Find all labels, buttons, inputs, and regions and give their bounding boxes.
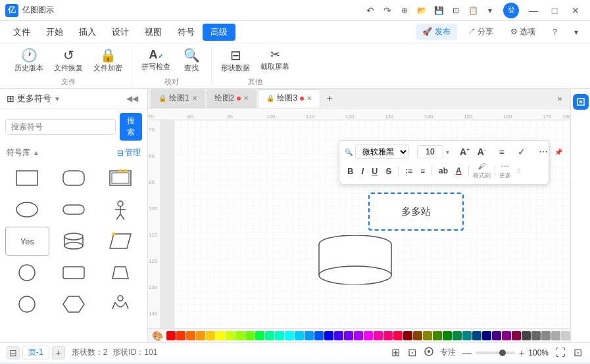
color-lime[interactable] <box>216 331 225 340</box>
color-teal[interactable] <box>265 331 274 340</box>
shape-dashed-rect[interactable]: 多多站 <box>368 193 464 231</box>
color-olive[interactable] <box>423 331 432 340</box>
paste-button[interactable]: 📋 <box>465 3 481 18</box>
subscript-button[interactable]: ab <box>436 165 451 177</box>
color-violet[interactable] <box>344 331 353 340</box>
color-gray[interactable] <box>541 331 551 340</box>
fullscreen-button[interactable]: ⊡ <box>572 345 583 360</box>
shape-ellipse[interactable] <box>5 195 49 224</box>
layers-button[interactable]: ⊞ <box>390 345 401 360</box>
focus-button[interactable] <box>423 346 435 359</box>
shape-person2[interactable] <box>98 290 142 319</box>
color-indigo[interactable] <box>334 331 343 340</box>
font-select[interactable]: 微软雅黑 <box>355 145 409 159</box>
shape-person[interactable] <box>98 195 142 224</box>
new-tab-button[interactable]: ⊕ <box>397 3 412 18</box>
font-size-input[interactable] <box>417 145 443 158</box>
canvas-content[interactable]: 🔍 微软雅黑 ▾ A+ A- ≡ ✓ <box>174 120 570 328</box>
color-brown[interactable] <box>413 331 422 340</box>
screenshot-button[interactable]: ✂ 截取屏幕 <box>257 46 293 74</box>
file-restore-button[interactable]: ↺ 文件恢复 <box>50 46 87 76</box>
zoom-out-button[interactable]: — <box>461 346 473 359</box>
canvas-wrapper[interactable]: 70 80 90 100 110 120 130 140 🔍 微软雅 <box>148 120 570 328</box>
color-sea[interactable] <box>453 331 462 340</box>
page-label[interactable]: 页-1 <box>22 346 49 359</box>
color-cyan[interactable] <box>275 331 284 340</box>
align-button[interactable]: ≡ <box>497 145 507 158</box>
format-brush-button[interactable]: 🖌 格式刷 <box>473 162 491 180</box>
next-page-button[interactable]: + <box>52 346 65 359</box>
help-button[interactable]: ? <box>546 25 564 39</box>
zoom-in-button[interactable]: + <box>518 346 526 359</box>
publish-button[interactable]: 🚀 发布 <box>416 24 456 40</box>
color-amber[interactable] <box>196 331 205 340</box>
color-navy[interactable] <box>482 331 491 340</box>
italic-button[interactable]: I <box>358 165 366 177</box>
shape-rounded-rect[interactable] <box>52 164 96 193</box>
color-magenta[interactable] <box>364 331 373 340</box>
open-file-button[interactable]: 📂 <box>414 3 430 18</box>
menu-design[interactable]: 设计 <box>104 24 137 41</box>
font-grow-button[interactable]: A+ <box>457 145 472 158</box>
more-format-button[interactable]: ⋯ 更多 <box>499 162 511 180</box>
color-rose[interactable] <box>383 331 393 340</box>
color-dark-gray[interactable] <box>531 331 541 340</box>
avatar[interactable]: 登 <box>503 3 519 18</box>
fit-page-button[interactable]: ⛶ <box>554 346 567 360</box>
menu-file[interactable]: 文件 <box>5 24 38 41</box>
menu-advanced[interactable]: 高级 <box>203 24 235 41</box>
tab-add-button[interactable]: + <box>322 91 337 106</box>
color-dark-purple[interactable] <box>502 331 511 340</box>
shape-parallelogram[interactable] <box>98 227 142 256</box>
color-forest[interactable] <box>443 331 452 340</box>
color-dark-red[interactable] <box>403 331 412 340</box>
tab-close-button[interactable]: ✕ <box>192 95 197 102</box>
list-indent-button[interactable]: :≡ <box>403 165 415 177</box>
color-yellow[interactable] <box>206 331 215 340</box>
color-dark-teal[interactable] <box>462 331 472 340</box>
shape-trapezoid[interactable] <box>98 258 142 287</box>
zoom-slider[interactable] <box>476 352 515 354</box>
options-button[interactable]: ⚙ 选项 <box>504 24 542 40</box>
check-button[interactable]: ✓ <box>515 145 528 158</box>
color-red[interactable] <box>166 331 176 340</box>
color-green[interactable] <box>245 331 255 340</box>
color-navy-light[interactable] <box>472 331 481 340</box>
shape-hexagon[interactable] <box>52 290 96 319</box>
search-button[interactable]: 搜索 <box>120 113 142 141</box>
page-setup-button[interactable]: ⊡ <box>406 345 418 360</box>
search-input[interactable] <box>5 119 116 135</box>
tab-collapse-button[interactable]: » <box>552 91 568 106</box>
undo-button[interactable]: ↶ <box>362 3 378 18</box>
history-button[interactable]: 🕐 历史版本 <box>11 46 47 76</box>
tab-close2-button[interactable]: ✕ <box>243 95 249 102</box>
color-orange-red[interactable] <box>176 331 185 340</box>
shape-capsule[interactable] <box>52 195 96 224</box>
color-crimson[interactable] <box>393 331 403 340</box>
maximize-button[interactable]: □ <box>545 3 564 18</box>
color-blue-light[interactable] <box>305 331 314 340</box>
copy-button[interactable]: ⊡ <box>448 3 464 18</box>
menu-start[interactable]: 开始 <box>38 24 71 41</box>
shape-double-rect[interactable] <box>98 164 142 193</box>
redo-button[interactable]: ↷ <box>380 3 395 18</box>
share-button[interactable]: ↗ 分享 <box>461 24 500 40</box>
minimize-button[interactable]: — <box>524 3 543 18</box>
color-very-dark[interactable] <box>522 331 531 340</box>
shape-circle[interactable] <box>5 258 49 287</box>
shape-yes[interactable]: Yes <box>5 227 49 256</box>
color-dark-green[interactable] <box>433 331 442 340</box>
color-fill-icon[interactable]: 🎨 <box>152 330 163 341</box>
more-options-button[interactable]: ⋯ <box>536 145 551 158</box>
add-page-button[interactable]: ⊟ <box>7 346 20 359</box>
color-very-light[interactable] <box>561 331 570 340</box>
tab-close3-button[interactable]: ✕ <box>307 95 312 102</box>
color-green-yellow[interactable] <box>235 331 245 340</box>
color-dark-indigo[interactable] <box>492 331 501 340</box>
sidebar-collapse-button[interactable]: ◀◀ <box>124 93 141 104</box>
shape-cylinder-small[interactable] <box>52 227 96 256</box>
color-purple[interactable] <box>354 331 363 340</box>
manage-button[interactable]: ⊟ 管理 <box>117 147 141 158</box>
color-azure[interactable] <box>295 331 304 340</box>
spellcheck-button[interactable]: A✓ 拼写检查 <box>137 46 174 74</box>
